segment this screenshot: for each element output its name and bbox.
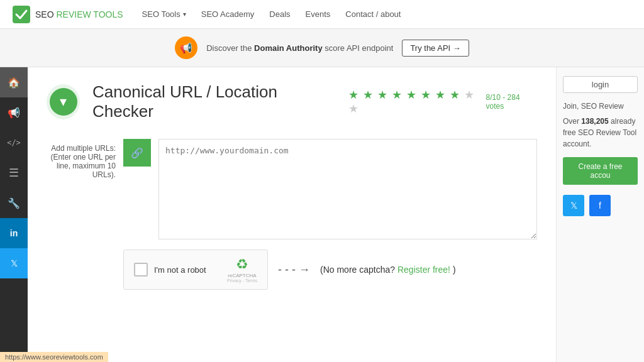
link-icon: 🔗: [131, 147, 143, 159]
star-1[interactable]: ★: [348, 89, 359, 101]
banner-text: Discover the Domain Authority score API …: [206, 43, 393, 53]
login-button[interactable]: login: [563, 76, 638, 93]
social-buttons: 𝕏 f: [563, 195, 638, 216]
megaphone-icon: 📢: [8, 107, 20, 119]
nav-seo-tools[interactable]: SEO Tools ▾: [142, 9, 186, 19]
join-text: Join, SEO Review Over 138,205 already fr…: [563, 101, 638, 150]
list-icon: ☰: [9, 166, 19, 180]
recaptcha-box: I'm not a robot ♻ reCAPTCHA Privacy - Te…: [123, 250, 268, 290]
left-sidebar: 🏠 📢 </> ☰ 🔧 in 𝕏: [0, 67, 28, 362]
megaphone-icon: 📢: [175, 36, 197, 59]
tool-header: ▾ Canonical URL / Location Checker ★ ★ ★…: [47, 82, 537, 121]
tool-icon-circle: ▾: [47, 84, 80, 119]
create-account-button[interactable]: Create a free accou: [563, 157, 638, 185]
recaptcha-label: I'm not a robot: [154, 265, 206, 275]
code-icon: </>: [7, 138, 21, 147]
sidebar-item-home[interactable]: 🏠: [0, 67, 28, 97]
logo-text: SEO REVIEW TOOLS: [35, 9, 123, 19]
home-icon: 🏠: [8, 77, 20, 89]
main-content: ▾ Canonical URL / Location Checker ★ ★ ★…: [28, 67, 556, 362]
star-rating[interactable]: ★ ★ ★ ★ ★ ★ ★ ★ ★ ★: [348, 88, 482, 116]
recaptcha-checkbox[interactable]: [134, 263, 148, 277]
twitter-icon: 𝕏: [11, 258, 18, 268]
captcha-arrow: - - - →: [278, 263, 310, 277]
rating-area: ★ ★ ★ ★ ★ ★ ★ ★ ★ ★ 8/10 - 284 votes: [348, 88, 537, 116]
recaptcha-icon: ♻: [236, 256, 248, 273]
status-bar: https://www.seoreviewtools.com: [0, 352, 108, 362]
form-label: Add multiple URLs: (Enter one URL per li…: [47, 139, 116, 239]
star-9[interactable]: ★: [464, 89, 475, 101]
nav-links: SEO Tools ▾ SEO Academy Deals Events Con…: [142, 9, 401, 19]
twitter-icon: 𝕏: [570, 200, 577, 211]
star-5[interactable]: ★: [406, 89, 417, 101]
main-layout: 🏠 📢 </> ☰ 🔧 in 𝕏 ▾ Canonic: [0, 67, 644, 362]
star-10[interactable]: ★: [348, 102, 359, 115]
star-7[interactable]: ★: [435, 89, 446, 101]
url-input[interactable]: [158, 139, 537, 239]
star-8[interactable]: ★: [450, 89, 460, 101]
url-form: Add multiple URLs: (Enter one URL per li…: [47, 139, 537, 239]
sidebar-item-megaphone[interactable]: 📢: [0, 97, 28, 128]
sidebar-item-tools[interactable]: 🔧: [0, 188, 28, 218]
nav-events[interactable]: Events: [306, 9, 331, 19]
facebook-icon: f: [599, 200, 601, 211]
logo-icon: [13, 6, 30, 23]
no-captcha-message: (No more captcha? Register free! ): [320, 265, 456, 275]
star-6[interactable]: ★: [421, 89, 431, 101]
sidebar-item-list[interactable]: ☰: [0, 158, 28, 188]
star-2[interactable]: ★: [363, 89, 374, 101]
nav-seo-academy[interactable]: SEO Academy: [201, 9, 255, 19]
twitter-share-button[interactable]: 𝕏: [563, 195, 584, 216]
recaptcha-logo: ♻ reCAPTCHA Privacy - Terms: [227, 256, 257, 283]
star-4[interactable]: ★: [392, 89, 402, 101]
linkedin-icon: in: [10, 228, 18, 238]
register-link[interactable]: Register free!: [397, 265, 450, 275]
logo[interactable]: SEO REVIEW TOOLS: [13, 6, 123, 23]
nav-contact[interactable]: Contact / about: [345, 9, 401, 19]
top-navigation: SEO REVIEW TOOLS SEO Tools ▾ SEO Academy…: [0, 0, 644, 29]
rating-score: 8/10 - 284 votes: [486, 93, 538, 111]
sidebar-item-code[interactable]: </>: [0, 128, 28, 158]
nav-deals[interactable]: Deals: [269, 9, 290, 19]
facebook-share-button[interactable]: f: [589, 195, 611, 216]
page-title: Canonical URL / Location Checker: [92, 82, 330, 121]
right-sidebar: login Join, SEO Review Over 138,205 alre…: [556, 67, 644, 362]
link-icon-button[interactable]: 🔗: [123, 139, 151, 167]
svg-rect-0: [13, 6, 30, 23]
chevron-down-icon: ▾: [183, 11, 186, 18]
wrench-icon: 🔧: [8, 197, 20, 209]
captcha-area: I'm not a robot ♻ reCAPTCHA Privacy - Te…: [123, 250, 537, 290]
try-api-button[interactable]: Try the API →: [402, 40, 469, 57]
chevron-down-icon: ▾: [60, 94, 67, 110]
sidebar-item-twitter[interactable]: 𝕏: [0, 248, 28, 278]
sidebar-item-linkedin[interactable]: in: [0, 218, 28, 248]
tool-icon-inner: ▾: [50, 88, 77, 116]
star-3[interactable]: ★: [377, 89, 388, 101]
banner: 📢 Discover the Domain Authority score AP…: [0, 29, 644, 67]
